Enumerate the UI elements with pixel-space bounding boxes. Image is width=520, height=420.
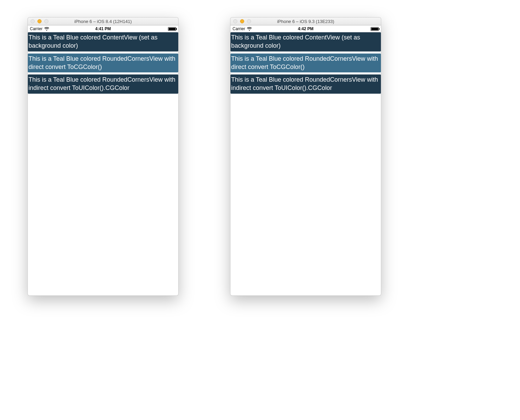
app-content: This is a Teal Blue colored ContentView … xyxy=(230,32,381,94)
simulator-window: iPhone 6 – iOS 8.4 (12H141) Carrier 4:41… xyxy=(27,17,179,296)
content-view-cell: This is a Teal Blue colored ContentView … xyxy=(230,32,381,51)
zoom-icon[interactable] xyxy=(247,19,251,23)
close-icon[interactable] xyxy=(31,19,35,23)
app-content: This is a Teal Blue colored ContentView … xyxy=(28,32,178,94)
window-title: iPhone 6 – iOS 8.4 (12H141) xyxy=(28,19,178,24)
rounded-corners-indirect-cell: This is a Teal Blue colored RoundedCorne… xyxy=(230,74,381,94)
ios-statusbar: Carrier 4:42 PM xyxy=(230,25,381,32)
statusbar-right xyxy=(168,27,176,31)
window-titlebar[interactable]: iPhone 6 – iOS 8.4 (12H141) xyxy=(27,17,179,25)
simulator-window: iPhone 6 – iOS 9.3 (13E233) Carrier 4:42… xyxy=(230,17,381,296)
page-root: iPhone 6 – iOS 8.4 (12H141) Carrier 4:41… xyxy=(0,0,520,313)
ios-statusbar: Carrier 4:41 PM xyxy=(28,25,178,32)
statusbar-time: 4:41 PM xyxy=(28,26,178,31)
statusbar-time: 4:42 PM xyxy=(230,26,381,31)
minimize-icon[interactable] xyxy=(240,19,244,23)
rounded-corners-direct-cell: This is a Teal Blue colored RoundedCorne… xyxy=(28,54,178,73)
close-icon[interactable] xyxy=(233,19,237,23)
device-screen: Carrier 4:42 PM This is a Teal Blue colo… xyxy=(230,25,381,296)
device-screen: Carrier 4:41 PM This is a Teal Blue colo… xyxy=(27,25,179,296)
window-titlebar[interactable]: iPhone 6 – iOS 9.3 (13E233) xyxy=(230,17,381,25)
minimize-icon[interactable] xyxy=(37,19,42,23)
content-view-cell: This is a Teal Blue colored ContentView … xyxy=(28,32,178,51)
battery-icon xyxy=(168,27,176,31)
rounded-corners-indirect-cell: This is a Teal Blue colored RoundedCorne… xyxy=(28,74,178,94)
zoom-icon[interactable] xyxy=(44,19,48,23)
traffic-lights xyxy=(31,19,48,23)
window-title: iPhone 6 – iOS 9.3 (13E233) xyxy=(230,19,381,24)
traffic-lights xyxy=(233,19,251,23)
statusbar-right xyxy=(371,27,379,31)
battery-icon xyxy=(371,27,379,31)
rounded-corners-direct-cell: This is a Teal Blue colored RoundedCorne… xyxy=(230,54,381,73)
